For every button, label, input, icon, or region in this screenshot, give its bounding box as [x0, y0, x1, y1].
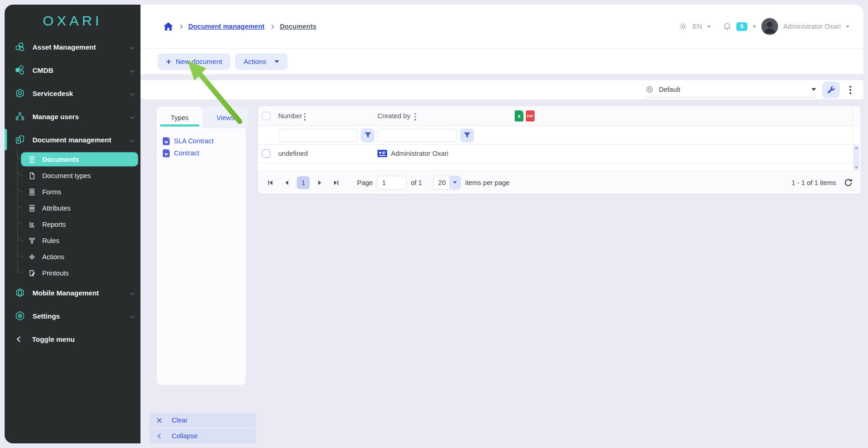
refresh-button[interactable]: [842, 177, 854, 189]
actions-icon: [28, 253, 36, 261]
chevron-down-icon: [130, 290, 135, 295]
sidebar-item-mobile-management[interactable]: Mobile Management: [5, 281, 140, 304]
tab-views[interactable]: Views: [203, 107, 248, 128]
sidebar-item-printouts[interactable]: Printouts: [5, 265, 140, 281]
export-pdf-icon[interactable]: PDF: [526, 110, 535, 122]
language-selector[interactable]: EN: [693, 23, 702, 30]
cell-created-by: Administrator Oxari: [391, 150, 448, 157]
filter-input-created-by[interactable]: [377, 129, 457, 142]
chevron-down-icon[interactable]: [707, 26, 711, 28]
attributes-icon: [28, 205, 36, 212]
page-number-input[interactable]: [377, 176, 407, 190]
table-row[interactable]: undefined Administrator Oxari: [258, 145, 861, 163]
chevron-down-icon: [130, 68, 135, 72]
scroll-down-icon[interactable]: [855, 166, 858, 169]
sidebar-item-label: Rules: [42, 237, 59, 244]
row-checkbox[interactable]: [262, 149, 270, 158]
sidebar-item-cmdb[interactable]: CMDB: [5, 58, 140, 82]
sidebar-item-actions[interactable]: Actions: [5, 249, 140, 265]
breadcrumb-link-document-management[interactable]: Document management: [188, 23, 264, 30]
breadcrumb-current-documents[interactable]: Documents: [280, 23, 316, 30]
column-menu-created-by[interactable]: [411, 110, 420, 123]
user-name[interactable]: Administrator Oxari: [783, 23, 841, 30]
sidebar-item-label: Asset Management: [32, 43, 96, 51]
sidebar-item-forms[interactable]: Forms: [5, 184, 140, 200]
forms-icon: [28, 188, 36, 196]
actions-button[interactable]: Actions: [235, 53, 287, 70]
range-label: 1 - 1 of 1 items: [791, 179, 836, 186]
sidebar-item-servicedesk[interactable]: Servicedesk: [5, 82, 140, 105]
documents-grid: Number Created by x PDF: [258, 106, 861, 194]
top-bar: Document management Documents EN 0: [140, 5, 863, 49]
tab-types[interactable]: Types: [157, 107, 203, 128]
sidebar-item-attributes[interactable]: Attributes: [5, 200, 140, 216]
sidebar-item-label: CMDB: [32, 66, 53, 74]
tree-item-contract[interactable]: w Contract: [157, 147, 246, 159]
chevron-down-icon[interactable]: [753, 26, 756, 28]
sidebar-item-label: Mobile Management: [32, 289, 99, 297]
filter-button-number[interactable]: [361, 128, 375, 142]
main-area: Document management Documents EN 0: [140, 5, 863, 443]
chevron-down-icon: [130, 314, 135, 318]
column-header-number[interactable]: Number: [278, 112, 302, 120]
id-card-icon: [377, 150, 387, 157]
sidebar-item-rules[interactable]: Rules: [5, 232, 140, 249]
wrench-icon: [827, 85, 836, 94]
cell-number: undefined: [278, 150, 308, 157]
tab-label: Views: [217, 114, 234, 122]
chevron-down-icon[interactable]: [846, 26, 849, 28]
sidebar-item-document-management[interactable]: Document management: [5, 128, 140, 151]
sidebar-item-label: Reports: [42, 221, 66, 228]
bell-icon[interactable]: [723, 22, 731, 31]
more-options-button[interactable]: [846, 83, 855, 97]
sidebar-item-document-types[interactable]: Document types: [5, 167, 140, 184]
mobile-management-icon: [15, 288, 25, 298]
column-menu-number[interactable]: [300, 110, 309, 123]
tree-item-label: Contract: [174, 149, 199, 157]
home-icon[interactable]: [164, 22, 173, 31]
avatar[interactable]: [761, 18, 778, 35]
document-management-submenu: Documents Document types Forms Attribute…: [5, 151, 140, 281]
notification-badge[interactable]: 0: [736, 22, 747, 31]
column-header-created-by[interactable]: Created by: [377, 112, 410, 120]
collapse-button[interactable]: Collapse: [149, 429, 256, 443]
last-page-button[interactable]: [330, 177, 342, 189]
word-document-icon: w: [163, 137, 170, 145]
rules-icon: [28, 237, 36, 244]
chevron-down-icon: [130, 114, 135, 119]
servicedesk-icon: [15, 88, 25, 98]
next-page-button[interactable]: [314, 177, 326, 189]
gear-icon[interactable]: [679, 22, 688, 31]
document-management-icon: [15, 134, 25, 145]
view-selector[interactable]: Default: [645, 83, 816, 97]
grid-settings-button[interactable]: [822, 82, 840, 98]
tree-item-sla-contract[interactable]: w SLA Contract: [157, 135, 246, 147]
previous-page-button[interactable]: [281, 177, 293, 189]
select-all-checkbox[interactable]: [262, 112, 270, 120]
clear-button[interactable]: Clear: [149, 413, 256, 428]
clear-label: Clear: [172, 416, 188, 424]
first-page-button[interactable]: [264, 177, 276, 189]
current-page-button[interactable]: 1: [297, 176, 310, 189]
left-panel-tabs: Types Views: [157, 107, 256, 128]
chevron-down-icon: [449, 176, 460, 190]
page-label: Page: [357, 179, 373, 186]
filter-input-number[interactable]: [278, 129, 358, 142]
left-panel-footer: Clear Collapse: [149, 412, 256, 443]
sidebar-item-manage-users[interactable]: Manage users: [5, 105, 140, 128]
sidebar-item-label: Actions: [42, 253, 64, 261]
new-document-button[interactable]: + New document: [158, 53, 230, 70]
tree-item-label: SLA Contract: [174, 137, 213, 145]
filter-button-created-by[interactable]: [460, 128, 474, 142]
page-size-select[interactable]: 20: [433, 176, 461, 190]
sidebar-item-documents[interactable]: Documents: [21, 152, 138, 166]
new-document-label: New document: [176, 58, 222, 65]
sidebar-item-settings[interactable]: Settings: [5, 304, 140, 327]
vertical-scrollbar[interactable]: [853, 145, 859, 170]
types-tree-panel: w SLA Contract w Contract: [157, 128, 246, 385]
scroll-up-icon[interactable]: [855, 147, 858, 149]
export-excel-icon[interactable]: x: [515, 110, 523, 122]
toggle-menu-button[interactable]: Toggle menu: [5, 327, 140, 351]
sidebar-item-reports[interactable]: Reports: [5, 216, 140, 232]
sidebar-item-asset-management[interactable]: Asset Management: [5, 35, 140, 58]
